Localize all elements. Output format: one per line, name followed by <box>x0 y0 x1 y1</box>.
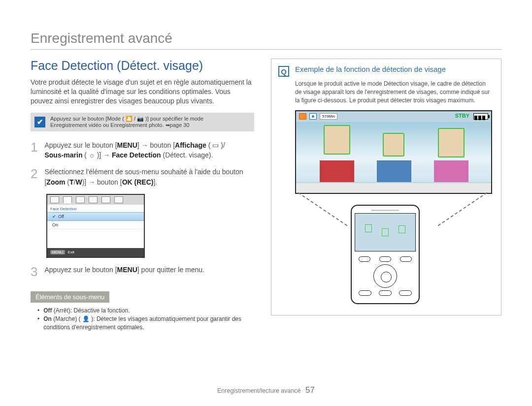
display-bottom-bar <box>296 183 491 193</box>
menu-badge: MENU <box>50 250 65 254</box>
menu-screenshot: Face Detection ✔Off On MENU Exit <box>46 194 145 258</box>
step-1: 1 Appuyez sur le bouton [MENU] → bouton … <box>31 140 254 160</box>
photo-area <box>296 122 491 182</box>
connector-line <box>298 192 348 226</box>
section-title: Face Detection (Détect. visage) <box>31 59 254 73</box>
exit-label: Exit <box>68 250 74 254</box>
tab-icon <box>50 196 59 203</box>
step-number: 3 <box>31 263 37 281</box>
face-box <box>438 128 465 157</box>
submenu-list: •Off (Arrêt): Désactive la fonction. •On… <box>31 303 254 332</box>
device-dpad <box>373 264 397 288</box>
subject-body <box>320 160 354 182</box>
device-button <box>399 290 412 296</box>
subject-body <box>434 160 468 182</box>
example-panel: Q Exemple de la fonction de détection de… <box>271 59 501 315</box>
page-title: Enregistrement avancé <box>31 31 501 46</box>
step-number: 1 <box>31 138 37 160</box>
divider <box>31 49 501 50</box>
tab-icon <box>89 196 98 203</box>
footer-text: Enregistrement/lecture avancé <box>217 387 301 394</box>
menu-bottom-bar: MENU Exit <box>47 248 144 257</box>
connector-line <box>438 192 488 226</box>
scene-icon <box>299 113 306 120</box>
menu-tabs <box>47 195 144 205</box>
submenu-header: Éléments de sous-menu <box>31 291 109 303</box>
left-column: Face Detection (Détect. visage) Votre pr… <box>31 59 254 332</box>
device-button-row <box>359 290 412 296</box>
tab-icon <box>76 196 85 203</box>
menu-item-on: On <box>47 221 144 229</box>
info-icon: Q <box>278 66 289 77</box>
device-button <box>359 256 370 262</box>
device-button-row <box>359 256 412 262</box>
device-button <box>379 256 391 262</box>
mode-note: ✔ Appuyez sur le bouton [Mode ( 🎦 / 📷 )]… <box>31 113 254 131</box>
step-2: 2 Sélectionnez l'élément de sous-menu so… <box>31 167 254 187</box>
device-speaker <box>371 210 399 211</box>
page-footer: Enregistrement/lecture avancé 57 <box>0 385 532 395</box>
face-box <box>383 133 404 156</box>
remaining-time-badge: 579Min <box>320 113 337 120</box>
example-description: Lorsque le produit active le mode Détect… <box>295 80 492 104</box>
example-title: Exemple de la fonction de détection de v… <box>295 65 492 73</box>
intro-text: Votre produit détecte le visage d'un suj… <box>31 78 254 106</box>
note-line-1: Appuyez sur le bouton [Mode ( 🎦 / 📷 )] p… <box>50 116 203 122</box>
stby-label: STBY <box>455 113 469 119</box>
device-button <box>400 256 412 262</box>
note-line-2: Enregistrement vidéo ou Enregistrement p… <box>50 122 203 128</box>
battery-icon <box>473 113 488 120</box>
face-box <box>324 125 350 155</box>
tab-icon <box>101 196 110 203</box>
check-icon: ✔ <box>34 117 45 127</box>
tab-icon <box>63 196 72 203</box>
subject-body <box>377 160 411 182</box>
step-number: 2 <box>31 165 37 187</box>
menu-item-off: ✔Off <box>47 212 144 221</box>
face-detection-icon: ☻ <box>309 113 317 120</box>
step-3: 3 Appuyez sur le bouton [MENU] pour quit… <box>31 265 254 281</box>
device-button <box>379 290 392 296</box>
device-illustration <box>351 205 420 304</box>
page-number: 57 <box>305 385 315 395</box>
device-screen <box>355 213 416 251</box>
device-button <box>359 290 371 296</box>
menu-heading: Face Detection <box>47 205 144 212</box>
tab-icon <box>114 196 123 203</box>
camera-display: ☻ 579Min STBY <box>295 110 492 194</box>
